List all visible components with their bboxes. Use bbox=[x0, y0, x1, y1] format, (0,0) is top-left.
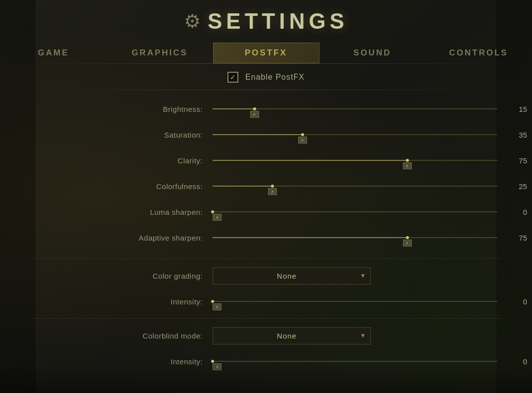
gear-icon: ⚙ bbox=[184, 12, 201, 31]
page-title: SETTINGS bbox=[208, 9, 348, 34]
colorblind-mode-select[interactable]: None Deuteranopia Protanopia Tritanopia bbox=[213, 327, 371, 344]
settings-area: Brightness: 15 Saturation: 35 Clarity: bbox=[0, 92, 532, 254]
color-grading-label: Color grading: bbox=[0, 272, 213, 280]
tab-graphics[interactable]: GRAPHICS bbox=[107, 43, 213, 63]
tab-controls[interactable]: CONTROLS bbox=[426, 43, 532, 63]
color-grading-dropdown-container: None Warm Cool Sepia Vivid ▼ bbox=[213, 267, 371, 285]
intensity-1-value: 0 bbox=[512, 297, 532, 306]
adaptive-sharpen-filled bbox=[213, 237, 407, 238]
intensity-1-thumb[interactable] bbox=[213, 303, 222, 310]
luma-sharpen-slider[interactable] bbox=[213, 202, 512, 222]
adaptive-sharpen-dot bbox=[406, 236, 409, 239]
colorblind-mode-dropdown-container: None Deuteranopia Protanopia Tritanopia … bbox=[213, 327, 371, 344]
brightness-filled bbox=[213, 108, 255, 109]
enable-postfx-label: Enable PostFX bbox=[245, 73, 305, 82]
saturation-value: 35 bbox=[512, 131, 532, 139]
adaptive-sharpen-row: Adaptive sharpen: 75 bbox=[0, 225, 532, 250]
luma-sharpen-value: 0 bbox=[512, 208, 532, 216]
header: ⚙ SETTINGS bbox=[0, 0, 532, 39]
intensity-2-track bbox=[213, 361, 497, 362]
brightness-row: Brightness: 15 bbox=[0, 96, 532, 122]
bottom-fade bbox=[0, 363, 532, 393]
checkbox-check-icon: ✓ bbox=[230, 74, 236, 81]
saturation-label: Saturation: bbox=[0, 131, 213, 139]
brightness-slider[interactable] bbox=[213, 99, 512, 119]
brightness-thumb[interactable] bbox=[250, 111, 259, 118]
brightness-value: 15 bbox=[512, 105, 532, 113]
color-grading-select[interactable]: None Warm Cool Sepia Vivid bbox=[213, 267, 371, 285]
section-band-2 bbox=[30, 318, 502, 319]
clarity-filled bbox=[213, 160, 407, 161]
colorfulness-thumb[interactable] bbox=[268, 188, 277, 195]
intensity-1-dot bbox=[211, 300, 214, 303]
saturation-thumb[interactable] bbox=[298, 137, 307, 144]
brightness-label: Brightness: bbox=[0, 105, 213, 113]
intensity-1-row: Intensity: 0 bbox=[0, 289, 532, 314]
saturation-dot bbox=[301, 133, 304, 136]
intensity-1-slider[interactable] bbox=[213, 292, 512, 311]
intensity-1-label: Intensity: bbox=[0, 297, 213, 306]
adaptive-sharpen-value: 75 bbox=[512, 234, 532, 242]
luma-sharpen-track bbox=[213, 211, 497, 212]
clarity-dot bbox=[406, 159, 409, 162]
colorfulness-slider[interactable] bbox=[213, 176, 512, 196]
nav-tabs: GAME GRAPHICS POSTFX SOUND CONTROLS bbox=[0, 39, 532, 63]
saturation-filled bbox=[213, 134, 303, 135]
colorblind-mode-row: Colorblind mode: None Deuteranopia Prota… bbox=[0, 323, 532, 348]
clarity-value: 75 bbox=[512, 156, 532, 165]
enable-postfx-checkbox[interactable]: ✓ bbox=[227, 72, 238, 83]
saturation-row: Saturation: 35 bbox=[0, 122, 532, 147]
luma-sharpen-thumb[interactable] bbox=[213, 214, 222, 221]
intensity-1-track bbox=[213, 301, 497, 302]
intensity-2-dot bbox=[211, 360, 214, 363]
colorfulness-filled bbox=[213, 186, 272, 187]
brightness-dot bbox=[253, 107, 256, 110]
clarity-label: Clarity: bbox=[0, 156, 213, 165]
adaptive-sharpen-slider[interactable] bbox=[213, 228, 512, 247]
enable-postfx-row: ✓ Enable PostFX bbox=[0, 64, 532, 88]
saturation-slider[interactable] bbox=[213, 125, 512, 145]
luma-sharpen-label: Luma sharpen: bbox=[0, 208, 213, 216]
luma-sharpen-dot bbox=[211, 210, 214, 213]
clarity-slider[interactable] bbox=[213, 150, 512, 170]
colorfulness-dot bbox=[271, 185, 274, 188]
colorblind-mode-label: Colorblind mode: bbox=[0, 332, 213, 340]
tab-sound[interactable]: SOUND bbox=[319, 43, 426, 63]
color-grading-container: None Warm Cool Sepia Vivid ▼ bbox=[213, 266, 512, 286]
luma-sharpen-row: Luma sharpen: 0 bbox=[0, 199, 532, 225]
clarity-row: Clarity: 75 bbox=[0, 147, 532, 173]
colorblind-mode-container: None Deuteranopia Protanopia Tritanopia … bbox=[213, 326, 512, 345]
colorfulness-value: 25 bbox=[512, 182, 532, 191]
tab-game[interactable]: GAME bbox=[0, 43, 107, 63]
color-grading-row: Color grading: None Warm Cool Sepia Vivi… bbox=[0, 263, 532, 289]
adaptive-sharpen-thumb[interactable] bbox=[403, 240, 412, 246]
section-band-1 bbox=[30, 258, 502, 259]
section-divider-1 bbox=[30, 90, 502, 90]
tab-postfx[interactable]: POSTFX bbox=[213, 43, 319, 63]
clarity-thumb[interactable] bbox=[403, 162, 412, 169]
colorfulness-label: Colorfulness: bbox=[0, 182, 213, 191]
colorfulness-row: Colorfulness: 25 bbox=[0, 173, 532, 199]
adaptive-sharpen-label: Adaptive sharpen: bbox=[0, 234, 213, 242]
